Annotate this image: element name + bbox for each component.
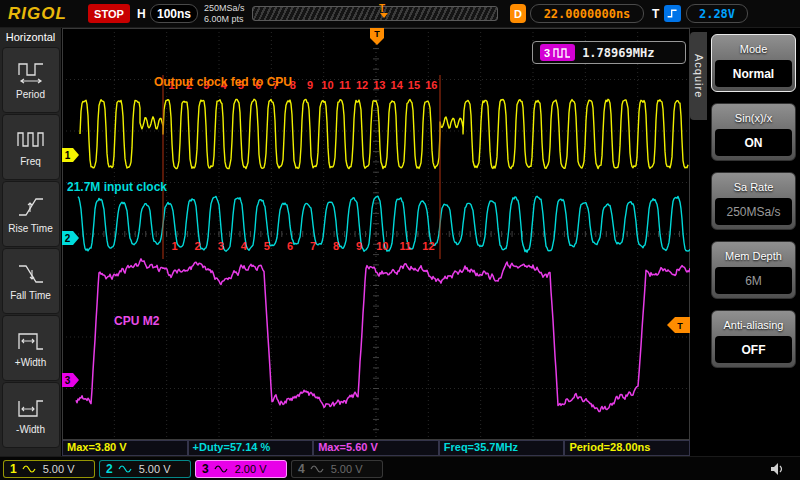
acquire-menu-panel: Acquire Mode Normal Sin(x)/x ON Sa Rate … <box>690 28 800 456</box>
ch2-cycle-number: 8 <box>333 240 339 252</box>
ch1-output-clock <box>80 99 688 168</box>
measure-item-period[interactable]: Period <box>2 47 60 113</box>
measure-item-fall-time[interactable]: Fall Time <box>2 248 60 314</box>
measurement-max-ch1: Max=3.80 V <box>62 440 188 456</box>
ch1-cycle-number: 10 <box>321 79 333 91</box>
trigger-level-label: T <box>677 321 683 331</box>
menu-item-label: Mode <box>715 38 792 60</box>
measure-item-minuswidth[interactable]: -Width <box>2 382 60 448</box>
menu-item-value: OFF <box>715 336 792 363</box>
oscilloscope-screen: RIGOL STOP H 100ns 250MSa/s 6.00M pts T … <box>0 0 800 480</box>
counter-value: 1.78969MHz <box>582 46 654 60</box>
ch2-cycle-number: 4 <box>241 240 248 252</box>
channel-number: 3 <box>202 462 209 476</box>
channel-scale: 5.00 V <box>331 463 363 475</box>
menu-item-value: Normal <box>715 60 792 87</box>
coupling-icon <box>310 464 324 474</box>
channel-scale: 5.00 V <box>139 463 171 475</box>
rise-time-icon <box>16 194 46 220</box>
menu-item-value: 6M <box>715 267 792 294</box>
memory-position-bar[interactable]: T <box>252 6 498 21</box>
channel3-status[interactable]: 3 2.00 V <box>195 460 287 478</box>
ch2-cycle-number: 12 <box>422 240 434 252</box>
timebase-readout[interactable]: 100ns <box>150 4 198 23</box>
ch2-cycle-number: 2 <box>195 240 201 252</box>
menu-item-label: Mem Depth <box>715 245 792 267</box>
measure-item-label: Fall Time <box>10 290 51 301</box>
trigger-label: T <box>652 7 659 21</box>
ch2-cycle-number: 1 <box>171 240 177 252</box>
ch2-cycle-number: 5 <box>264 240 270 252</box>
channel-scale: 5.00 V <box>43 463 75 475</box>
ch2-cycle-number: 6 <box>287 240 293 252</box>
measure-item-label: Period <box>16 89 45 100</box>
menu-item-value: 250MSa/s <box>715 198 792 225</box>
delay-badge: D <box>510 4 526 23</box>
menu-item-mode[interactable]: Mode Normal <box>711 34 796 92</box>
trigger-edge-icon[interactable] <box>664 5 681 22</box>
measure-item-label: Freq <box>20 156 41 167</box>
annotation-3: CPU M2 <box>114 314 160 328</box>
measure-item-label: Rise Time <box>8 223 52 234</box>
menu-item-sinxx[interactable]: Sin(x)/x ON <box>711 103 796 161</box>
ch1-cycle-number: 15 <box>408 79 420 91</box>
measure-item-freq[interactable]: Freq <box>2 114 60 180</box>
menu-tab-acquire[interactable]: Acquire <box>690 32 707 120</box>
menu-item-mem-depth: Mem Depth 6M <box>711 241 796 299</box>
square-wave-icon <box>553 48 571 58</box>
measurement-duty-ch2: +Duty=57.14 % <box>188 440 314 456</box>
memory-points-text: 6.00M pts <box>204 14 245 25</box>
measurement-period: Period=28.00ns <box>564 440 690 456</box>
annotation-2: 21.7M input clock <box>67 180 167 194</box>
measure-item-rise-time[interactable]: Rise Time <box>2 181 60 247</box>
plus-width-icon <box>16 328 46 354</box>
ch2-cycle-number: 7 <box>310 240 316 252</box>
ch1-cycle-number: 11 <box>339 79 351 91</box>
measurement-max-ch3: Max=5.60 V <box>313 440 439 456</box>
speaker-icon <box>770 462 786 476</box>
delay-readout: 22.0000000ns <box>530 4 644 23</box>
menu-item-value: ON <box>715 129 792 156</box>
channel-scale: 2.00 V <box>235 463 267 475</box>
fall-time-icon <box>16 261 46 287</box>
channel2-status[interactable]: 2 5.00 V <box>99 460 191 478</box>
measurement-bar: Max=3.80 V +Duty=57.14 % Max=5.60 V Freq… <box>62 440 690 456</box>
ch2-cycle-number: 11 <box>400 240 412 252</box>
coupling-icon <box>118 464 132 474</box>
counter-source-chip: 3 <box>540 44 575 61</box>
ground-marker-label: 2 <box>65 233 71 244</box>
measure-item-pluswidth[interactable]: +Width <box>2 315 60 381</box>
ch2-cycle-number: 3 <box>218 240 224 252</box>
acquisition-readout: 250MSa/s 6.00M pts <box>204 3 245 25</box>
ch1-cycle-number: 16 <box>425 79 437 91</box>
top-status-bar: RIGOL STOP H 100ns 250MSa/s 6.00M pts T … <box>0 0 800 28</box>
channel1-status[interactable]: 1 5.00 V <box>3 460 95 478</box>
ch1-cycle-number: 12 <box>356 79 368 91</box>
left-menu-title: Horizontal <box>0 28 61 46</box>
sample-rate-text: 250MSa/s <box>204 3 245 14</box>
waveform-area: 12345678910111213141516123456789101112Ou… <box>62 28 690 440</box>
period-icon <box>16 60 46 86</box>
freq-icon <box>16 127 46 153</box>
horizontal-label: H <box>137 7 146 21</box>
ch2-cycle-number: 10 <box>376 240 388 252</box>
ch2-cycle-number: 9 <box>356 240 362 252</box>
ch1-cycle-number: 14 <box>391 79 404 91</box>
annotation-1: Output clock fed to CPU <box>154 75 292 89</box>
measure-item-label: +Width <box>15 357 46 368</box>
ground-marker-label: 1 <box>65 150 71 161</box>
coupling-icon <box>214 464 228 474</box>
menu-item-label: Anti-aliasing <box>715 314 792 336</box>
menu-item-label: Sin(x)/x <box>715 107 792 129</box>
waveform-display: 12345678910111213141516123456789101112Ou… <box>62 28 690 440</box>
menu-item-anti-aliasing[interactable]: Anti-aliasing OFF <box>711 310 796 368</box>
run-stop-button[interactable]: STOP <box>88 4 130 23</box>
left-function-menu: Horizontal Period Freq Rise Time <box>0 28 62 456</box>
measure-item-label: -Width <box>16 424 45 435</box>
minus-width-icon <box>16 395 46 421</box>
counter-channel: 3 <box>544 47 550 59</box>
channel4-status[interactable]: 4 5.00 V <box>291 460 383 478</box>
frequency-counter-badge: 3 1.78969MHz <box>532 41 686 64</box>
coupling-icon <box>22 464 36 474</box>
ch1-cycle-number: 9 <box>307 79 313 91</box>
